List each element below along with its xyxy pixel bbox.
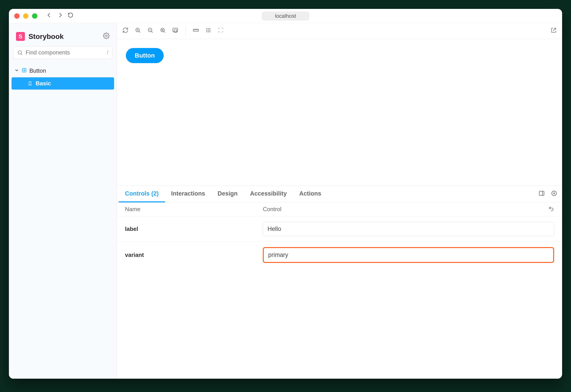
- panel-orientation-button[interactable]: [535, 190, 548, 198]
- open-new-tab-button[interactable]: [551, 27, 557, 35]
- reload-icon: [68, 12, 73, 18]
- bookmark-icon: [28, 81, 32, 86]
- svg-point-0: [105, 35, 107, 37]
- search-icon: [17, 50, 23, 56]
- arrow-left-icon: [46, 12, 52, 18]
- zoom-reset-icon: [160, 27, 166, 33]
- search-input[interactable]: [26, 49, 107, 56]
- storybook-logo-icon: S: [16, 32, 25, 41]
- control-input-label[interactable]: [263, 222, 554, 236]
- tab-actions[interactable]: Actions: [293, 186, 328, 202]
- component-icon: [22, 68, 27, 73]
- component-label: Button: [29, 67, 46, 74]
- outline-button[interactable]: [218, 27, 224, 35]
- viewport-button[interactable]: [172, 27, 178, 35]
- zoom-reset-button[interactable]: [160, 27, 166, 35]
- addon-tabs: Controls (2) Interactions Design Accessi…: [117, 186, 562, 203]
- tab-design[interactable]: Design: [212, 186, 244, 202]
- address-bar[interactable]: localhost: [262, 12, 310, 20]
- svg-point-15: [207, 31, 207, 32]
- settings-button[interactable]: [103, 32, 110, 41]
- close-window-button[interactable]: [14, 13, 20, 19]
- svg-point-14: [210, 30, 210, 30]
- sync-button[interactable]: [122, 27, 128, 35]
- arrow-right-icon: [57, 12, 63, 18]
- toolbar-divider: [186, 27, 186, 36]
- svg-point-12: [207, 30, 207, 30]
- svg-point-10: [208, 28, 209, 29]
- close-panel-button[interactable]: [548, 190, 560, 198]
- svg-rect-8: [193, 29, 198, 31]
- viewport-icon: [172, 27, 178, 33]
- tab-accessibility[interactable]: Accessibility: [244, 186, 293, 202]
- column-name: Name: [125, 206, 263, 213]
- control-input-variant[interactable]: [263, 247, 554, 263]
- ruler-icon: [193, 27, 199, 33]
- svg-point-1: [18, 51, 21, 54]
- chevron-down-icon: [14, 68, 19, 73]
- component-node-button[interactable]: Button: [9, 65, 117, 76]
- grid-icon: [205, 27, 212, 33]
- svg-rect-18: [539, 191, 544, 196]
- zoom-out-icon: [147, 27, 153, 33]
- zoom-out-button[interactable]: [147, 27, 153, 35]
- browser-window: localhost S Storybook /: [9, 9, 562, 379]
- zoom-in-button[interactable]: [135, 27, 141, 35]
- search-shortcut-hint: /: [107, 49, 109, 56]
- svg-point-11: [210, 28, 210, 29]
- svg-point-16: [208, 31, 209, 32]
- outline-icon: [218, 27, 224, 33]
- sidebar: S Storybook / Button: [9, 23, 117, 379]
- sync-icon: [122, 27, 128, 33]
- control-name-variant: variant: [125, 252, 263, 258]
- undo-icon: [548, 206, 554, 211]
- tab-interactions[interactable]: Interactions: [165, 186, 212, 202]
- control-row-label: label: [117, 216, 562, 241]
- svg-point-9: [207, 28, 207, 29]
- canvas-toolbar: [117, 23, 562, 39]
- forward-button[interactable]: [57, 12, 63, 20]
- controls-header: Name Control: [117, 203, 562, 216]
- maximize-window-button[interactable]: [32, 13, 37, 19]
- story-node-basic[interactable]: Basic: [12, 77, 114, 90]
- app-title: Storybook: [29, 32, 64, 41]
- tab-controls[interactable]: Controls (2): [119, 186, 165, 202]
- external-link-icon: [551, 27, 557, 33]
- window-controls: [14, 13, 37, 19]
- browser-titlebar: localhost: [9, 9, 562, 23]
- svg-point-17: [210, 31, 210, 32]
- story-label: Basic: [36, 80, 51, 87]
- search-input-container[interactable]: /: [13, 46, 112, 59]
- control-row-variant: variant: [117, 241, 562, 268]
- zoom-in-icon: [135, 27, 141, 33]
- preview-canvas: Button: [117, 39, 562, 186]
- preview-button-component[interactable]: Button: [126, 48, 164, 63]
- grid-button[interactable]: [205, 27, 212, 35]
- reload-button[interactable]: [68, 12, 73, 20]
- column-control: Control: [263, 206, 536, 213]
- back-button[interactable]: [46, 12, 52, 20]
- svg-point-13: [208, 30, 209, 30]
- addons-panel: Controls (2) Interactions Design Accessi…: [117, 186, 562, 379]
- control-name-label: label: [125, 225, 263, 232]
- reset-controls-button[interactable]: [536, 206, 554, 213]
- sidebar-right-icon: [539, 190, 545, 196]
- close-circle-icon: [551, 190, 557, 196]
- gear-icon: [103, 32, 110, 39]
- measure-button[interactable]: [193, 27, 199, 35]
- minimize-window-button[interactable]: [23, 13, 29, 19]
- main-panel: Button Controls (2) Interactions Design …: [117, 23, 562, 379]
